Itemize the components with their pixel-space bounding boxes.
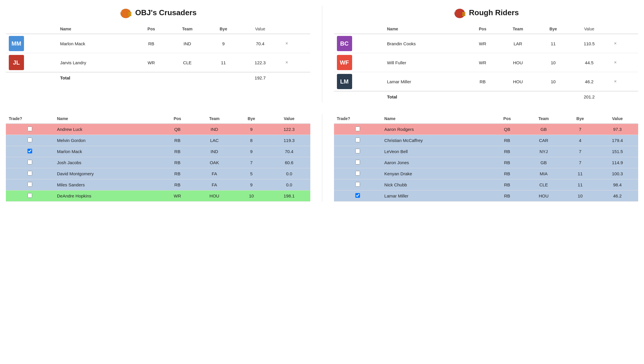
- trade-row: David Montgomery RB FA 5 0.0: [6, 168, 310, 179]
- trade-checkbox[interactable]: [27, 126, 32, 131]
- trade-player-bye: 8: [235, 135, 268, 146]
- trade-checkbox-cell[interactable]: [334, 157, 382, 168]
- trade-checkbox[interactable]: [27, 149, 32, 153]
- trade-player-team: FA: [194, 168, 235, 179]
- trade-player-name: Lamar Miller: [381, 190, 491, 202]
- total-empty-remove: [609, 91, 638, 102]
- trade-checkbox-cell[interactable]: [6, 135, 54, 146]
- section-divider: [322, 6, 322, 102]
- player-bye: 11: [537, 34, 569, 53]
- trade-checkbox-cell[interactable]: [334, 124, 382, 135]
- trade-checkbox-cell[interactable]: [6, 190, 54, 202]
- trade-table-rr: Trade? Name Pos Team Bye Value Aaron Rod…: [334, 114, 638, 202]
- trade-checkbox-cell[interactable]: [334, 179, 382, 190]
- trade-block-obj: Trade? Name Pos Team Bye Value Andrew Lu…: [6, 114, 310, 202]
- trade-checkbox[interactable]: [27, 182, 32, 187]
- trade-player-team: IND: [194, 124, 235, 135]
- trade-player-value: 60.6: [268, 157, 310, 168]
- total-empty-team: [499, 91, 537, 102]
- svg-rect-8: [462, 15, 466, 16]
- trade-checkbox-cell[interactable]: [6, 179, 54, 190]
- remove-button[interactable]: ×: [612, 40, 618, 47]
- team-header-rr: Rough Riders: [334, 6, 638, 20]
- player-bye: 9: [207, 34, 240, 53]
- remove-button[interactable]: ×: [284, 40, 290, 47]
- trade-row: Aaron Rodgers QB GB 7 97.3: [334, 124, 638, 135]
- total-empty-bye: [207, 72, 240, 83]
- col-header-bye: Bye: [564, 114, 597, 124]
- col-header-team: Team: [499, 24, 537, 34]
- player-value: 110.5: [569, 34, 609, 53]
- trade-row: Miles Sanders RB FA 9 0.0: [6, 179, 310, 190]
- trade-checkbox[interactable]: [355, 182, 360, 187]
- trade-player-name: Christian McCaffrey: [381, 135, 491, 146]
- trade-checkbox-cell[interactable]: [334, 135, 382, 146]
- col-header-remove: [609, 24, 638, 34]
- trade-checkbox[interactable]: [27, 138, 32, 142]
- roster-row: MM Marlon Mack RB IND 9 70.4 ×: [6, 34, 310, 53]
- remove-cell[interactable]: ×: [281, 53, 310, 72]
- trade-player-pos: QB: [161, 124, 194, 135]
- trade-checkbox[interactable]: [355, 193, 360, 198]
- trade-player-bye: 5: [235, 168, 268, 179]
- total-row: Total 192.7: [6, 72, 310, 83]
- trade-checkbox-cell[interactable]: [334, 168, 382, 179]
- trade-player-bye: 9: [235, 179, 268, 190]
- trade-checkbox-cell[interactable]: [334, 190, 382, 202]
- total-label: Total: [57, 72, 135, 83]
- trade-checkbox-cell[interactable]: [6, 124, 54, 135]
- trade-checkbox-cell[interactable]: [6, 146, 54, 157]
- trade-player-bye: 9: [235, 124, 268, 135]
- player-value: 46.2: [569, 72, 609, 91]
- remove-cell[interactable]: ×: [609, 34, 638, 53]
- trade-checkbox-cell[interactable]: [334, 146, 382, 157]
- trade-checkbox[interactable]: [355, 138, 360, 142]
- trade-checkbox[interactable]: [355, 171, 360, 176]
- col-header-pos: Pos: [467, 24, 499, 34]
- player-name: Brandin Cooks: [384, 34, 466, 53]
- col-header-remove: [281, 24, 310, 34]
- trade-checkbox[interactable]: [27, 160, 32, 164]
- trade-checkbox-cell[interactable]: [6, 168, 54, 179]
- player-name: Jarvis Landry: [57, 53, 135, 72]
- trade-player-name: LeVeon Bell: [381, 146, 491, 157]
- col-header-bye: Bye: [207, 24, 240, 34]
- trade-player-value: 122.3: [268, 124, 310, 135]
- player-avatar-cell: LM: [334, 72, 384, 91]
- trade-checkbox[interactable]: [27, 171, 32, 176]
- trade-checkbox[interactable]: [355, 149, 360, 153]
- col-header-value: Value: [597, 114, 638, 124]
- svg-rect-3: [128, 15, 132, 16]
- remove-button[interactable]: ×: [612, 59, 618, 66]
- col-header-team: Team: [194, 114, 235, 124]
- remove-cell[interactable]: ×: [609, 72, 638, 91]
- remove-button[interactable]: ×: [612, 78, 618, 85]
- remove-cell[interactable]: ×: [609, 53, 638, 72]
- team-block-rr: Rough Riders Name Pos Team Bye Value BC …: [334, 6, 638, 102]
- remove-button[interactable]: ×: [284, 59, 290, 66]
- total-empty-remove: [281, 72, 310, 83]
- trade-player-team: CAR: [524, 135, 564, 146]
- page: OBJ's Crusaders Name Pos Team Bye Value …: [0, 0, 644, 207]
- trade-player-pos: RB: [491, 190, 524, 202]
- player-value: 44.5: [569, 53, 609, 72]
- player-value: 70.4: [240, 34, 280, 53]
- trade-checkbox[interactable]: [27, 193, 32, 198]
- player-pos: WR: [467, 53, 499, 72]
- player-name: Will Fuller: [384, 53, 466, 72]
- trade-row: Christian McCaffrey RB CAR 4 179.4: [334, 135, 638, 146]
- roster-table-obj: Name Pos Team Bye Value MM Marlon Mack R…: [6, 24, 310, 83]
- trade-player-bye: 7: [564, 146, 597, 157]
- player-value: 122.3: [240, 53, 280, 72]
- trade-table-obj: Trade? Name Pos Team Bye Value Andrew Lu…: [6, 114, 310, 202]
- trade-player-pos: QB: [491, 124, 524, 135]
- trade-checkbox[interactable]: [355, 160, 360, 164]
- trade-checkbox-cell[interactable]: [6, 157, 54, 168]
- trade-player-name: Andrew Luck: [54, 124, 161, 135]
- trade-player-value: 100.3: [597, 168, 638, 179]
- trade-checkbox[interactable]: [355, 126, 360, 131]
- total-value: 192.7: [240, 72, 280, 83]
- trade-player-team: NYJ: [524, 146, 564, 157]
- helmet-icon-rr: [453, 6, 466, 20]
- remove-cell[interactable]: ×: [281, 34, 310, 53]
